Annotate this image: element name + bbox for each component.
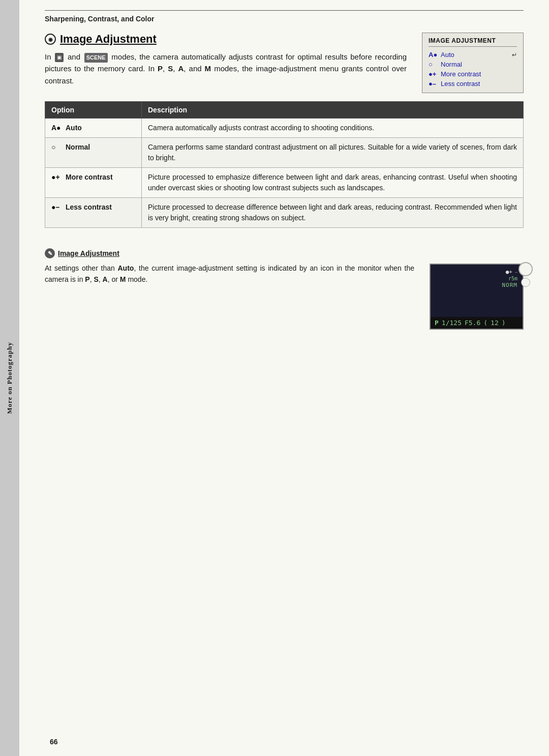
scene-mode-icon: SCENE (84, 53, 108, 63)
main-content: Sharpening, Contrast, and Color ◉ Image … (19, 0, 549, 756)
side-tab: More on Photography (0, 0, 19, 756)
menu-item-more-contrast: ●+ More contrast (429, 69, 517, 79)
section-heading: Image Adjustment (60, 33, 157, 46)
section-title-row: ◉ Image Adjustment In ▣ and SCENE modes,… (45, 33, 524, 93)
table-row: ○ Normal Camera performs same standard c… (45, 138, 524, 168)
camera-mode-p: P (435, 319, 439, 327)
auto-icon: A● (429, 51, 438, 59)
section-body-text: In ▣ and SCENE modes, the camera automat… (45, 51, 407, 86)
menu-item-auto: A● Auto ↵ (429, 50, 517, 60)
auto-table-icon: A● (51, 123, 63, 133)
note-body: At settings other than Auto, the current… (45, 263, 414, 285)
less-table-label: Less contrast (66, 202, 112, 213)
note-icon: ✎ (45, 248, 55, 258)
camera-top-right-area: ●+ – r5m NORM (502, 269, 518, 288)
camera-norm-text: NORM (502, 282, 518, 288)
camera-shutter-speed: 1/125 (442, 319, 462, 327)
col-description-header: Description (142, 102, 524, 119)
option-cell-content-more: ●+ More contrast (51, 172, 135, 183)
camera-minus-indicator: – (515, 269, 517, 275)
camera-icon: ▣ (55, 53, 64, 62)
more-contrast-label: More contrast (441, 70, 481, 78)
table-row: ●+ More contrast Picture processed to em… (45, 168, 524, 198)
less-contrast-icon: ●– (429, 80, 438, 88)
camera-display: ●+ – r5m NORM P 1/125 F5.6 ( 12 (430, 264, 524, 330)
description-auto: Camera automatically adjusts contrast ac… (142, 119, 524, 138)
more-table-label: More contrast (66, 172, 113, 183)
camera-plus-minus-row: ●+ – (506, 269, 517, 275)
more-contrast-icon: ●+ (429, 70, 438, 78)
col-option-header: Option (45, 102, 142, 119)
camera-frame-number: 12 (491, 319, 499, 327)
page-header: Sharpening, Contrast, and Color (45, 10, 524, 23)
camera-dial-outer (518, 262, 533, 276)
note-heading: Image Adjustment (58, 249, 119, 257)
less-table-icon: ●– (51, 202, 63, 213)
camera-bracket-open: ( (483, 319, 487, 327)
auto-table-label: Auto (66, 123, 82, 133)
normal-label: Normal (441, 61, 462, 68)
side-tab-text: More on Photography (6, 342, 14, 414)
camera-dial-inner (521, 278, 530, 287)
more-table-icon: ●+ (51, 172, 63, 183)
camera-aperture: F5.6 (465, 319, 480, 327)
camera-bottom-bar: P 1/125 F5.6 ( 12 ) (431, 317, 523, 329)
image-adjustment-menu-box: IMAGE ADJUSTMENT A● Auto ↵ ○ Normal ●+ M… (422, 33, 524, 93)
note-title: ✎ Image Adjustment (45, 248, 414, 258)
section-circle-icon: ◉ (45, 34, 56, 45)
camera-display-wrapper: ●+ – r5m NORM P 1/125 F5.6 ( 12 (430, 256, 524, 330)
normal-table-icon: ○ (51, 142, 63, 153)
option-cell-auto: A● Auto (45, 119, 142, 138)
camera-right-controls (518, 262, 533, 287)
bottom-section: ✎ Image Adjustment At settings other tha… (45, 248, 524, 330)
option-cell-content-less: ●– Less contrast (51, 202, 135, 213)
option-cell-less: ●– Less contrast (45, 198, 142, 228)
menu-box-title: IMAGE ADJUSTMENT (429, 37, 517, 47)
normal-table-label: Normal (66, 142, 90, 153)
option-cell-content-normal: ○ Normal (51, 142, 135, 153)
camera-bracket-close: ) (502, 319, 506, 327)
option-cell-normal: ○ Normal (45, 138, 142, 168)
table-row: ●– Less contrast Picture processed to de… (45, 198, 524, 228)
description-less: Picture processed to decrease difference… (142, 198, 524, 228)
bottom-left: ✎ Image Adjustment At settings other tha… (45, 248, 414, 285)
menu-item-less-contrast: ●– Less contrast (429, 79, 517, 89)
page-number: 66 (50, 738, 58, 746)
less-contrast-label: Less contrast (441, 80, 480, 88)
table-row: A● Auto Camera automatically adjusts con… (45, 119, 524, 138)
description-more: Picture processed to emphasize differenc… (142, 168, 524, 198)
section-title: ◉ Image Adjustment (45, 33, 407, 46)
header-title: Sharpening, Contrast, and Color (45, 15, 154, 23)
normal-icon: ○ (429, 61, 438, 68)
menu-item-normal: ○ Normal (429, 60, 517, 69)
camera-frame-count: r5m (508, 276, 517, 281)
auto-arrow: ↵ (512, 51, 517, 59)
option-cell-more: ●+ More contrast (45, 168, 142, 198)
camera-plus-icon: ●+ (506, 269, 512, 275)
options-table: Option Description A● Auto Camera automa… (45, 101, 524, 228)
auto-label: Auto (441, 51, 454, 59)
option-cell-content-auto: A● Auto (51, 123, 135, 133)
section-left: ◉ Image Adjustment In ▣ and SCENE modes,… (45, 33, 407, 86)
page-container: More on Photography Sharpening, Contrast… (0, 0, 549, 756)
description-normal: Camera performs same standard contrast a… (142, 138, 524, 168)
